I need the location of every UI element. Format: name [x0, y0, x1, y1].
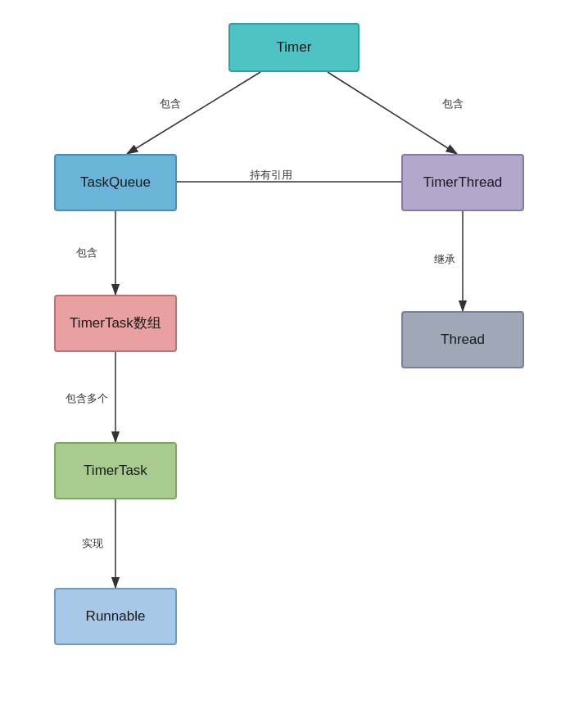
diagram: Timer TaskQueue TimerThread TimerTask数组 … — [0, 0, 588, 727]
taskqueue-label: TaskQueue — [80, 174, 151, 192]
timer-box: Timer — [228, 23, 360, 72]
label-timerthread-thread: 继承 — [434, 252, 455, 267]
label-timertaskarray-timertask: 包含多个 — [66, 391, 108, 406]
runnable-label: Runnable — [86, 607, 146, 625]
label-timer-timerthread: 包含 — [442, 97, 464, 111]
label-timerthread-taskqueue: 持有引用 — [250, 168, 292, 183]
timer-label: Timer — [277, 38, 312, 56]
label-timertask-runnable: 实现 — [82, 536, 103, 551]
timertaskarray-box: TimerTask数组 — [54, 295, 177, 352]
label-taskqueue-timertaskarray: 包含 — [76, 246, 97, 260]
thread-box: Thread — [401, 311, 524, 368]
timerthread-label: TimerThread — [423, 174, 503, 192]
thread-label: Thread — [441, 331, 485, 349]
label-timer-taskqueue: 包含 — [160, 97, 181, 111]
svg-line-3 — [328, 72, 457, 154]
runnable-box: Runnable — [54, 588, 177, 645]
timertask-box: TimerTask — [54, 442, 177, 499]
svg-line-2 — [127, 72, 260, 154]
timerthread-box: TimerThread — [401, 154, 524, 211]
timertaskarray-label: TimerTask数组 — [70, 314, 161, 332]
taskqueue-box: TaskQueue — [54, 154, 177, 211]
timertask-label: TimerTask — [84, 462, 147, 480]
